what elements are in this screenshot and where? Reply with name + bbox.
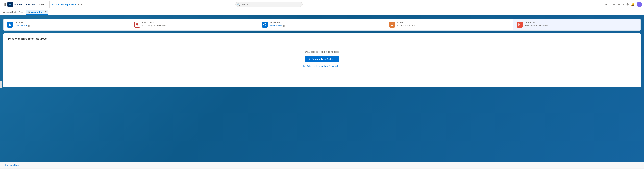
sub-tab-jane-smith[interactable]: Jane Smith | Ac... xyxy=(1,9,25,14)
staff-value: No Staff Selected xyxy=(397,24,416,27)
no-address-link[interactable]: No Address Information Provided → xyxy=(303,65,341,67)
physician-delete-icon[interactable]: 🗑 xyxy=(283,24,285,27)
search-icon: 🔍 xyxy=(237,3,240,5)
panel-title: Physician Enrollment Address xyxy=(8,37,636,40)
svg-rect-5 xyxy=(5,4,6,5)
create-address-button[interactable]: + Create a New Address xyxy=(305,56,339,62)
caregiver-icon xyxy=(134,22,140,28)
patient-info: PATIENT Jane Smith 🗑 xyxy=(15,22,30,27)
physician-icon xyxy=(262,22,268,28)
favorites-icon[interactable]: ★ xyxy=(605,2,608,6)
caregiver-value: No Caregiver Selected xyxy=(142,24,166,27)
sub-tab-jane-smith-label: Jane Smith | Ac... xyxy=(6,11,23,13)
tab-person-icon xyxy=(52,3,54,6)
search-sub-icon: 🔍 xyxy=(28,11,30,13)
svg-point-14 xyxy=(392,23,393,24)
svg-rect-8 xyxy=(5,5,6,6)
tab-jane-smith-chevron[interactable]: ▾ xyxy=(78,3,79,5)
svg-rect-6 xyxy=(2,5,3,6)
tab-cases-label: Cases xyxy=(40,3,46,5)
careplan-label: CAREPLAN xyxy=(525,22,548,24)
sub-tab-account-close[interactable]: ✕ xyxy=(45,11,47,13)
settings-icon[interactable]: ⚙ xyxy=(626,2,629,6)
physician-info: PHYSICIAN Will Gomez 🗑 xyxy=(270,22,285,27)
tab-cases[interactable]: Cases ▾ xyxy=(38,1,50,8)
svg-rect-4 xyxy=(4,4,4,5)
favorites-dropdown-icon[interactable]: ▾ xyxy=(610,3,610,5)
physician-value[interactable]: Will Gomez xyxy=(270,24,282,27)
prev-arrow-icon: ‹ xyxy=(3,164,4,166)
address-section: WILL GOMEZ HAS 0 ADDRESSES + Create a Ne… xyxy=(8,44,636,74)
careplan-info: CAREPLAN No CarePlan Selected xyxy=(525,22,548,27)
help-icon[interactable]: ? xyxy=(622,2,624,6)
create-address-plus-icon: + xyxy=(309,58,310,60)
search-bar: 🔍 xyxy=(236,2,302,7)
notifications-icon[interactable]: 🔔 xyxy=(631,2,634,6)
patient-delete-icon[interactable]: 🗑 xyxy=(28,24,30,27)
create-address-label: Create a New Address xyxy=(312,58,335,60)
svg-rect-2 xyxy=(5,3,6,4)
app-logo xyxy=(8,2,13,7)
avatar[interactable]: JS xyxy=(636,2,642,7)
top-nav: Komodo Care Conn... Cases ▾ Jane Smith |… xyxy=(0,0,644,9)
main-panel: Physician Enrollment Address WILL GOMEZ … xyxy=(3,33,641,87)
sub-tab-bar: Jane Smith | Ac... 🔍 Account ... ▾ ✕ xyxy=(0,9,644,15)
add-icon[interactable]: ＋ xyxy=(612,2,616,6)
role-card-careplan: CAREPLAN No CarePlan Selected xyxy=(513,19,640,30)
no-address-arrow: → xyxy=(338,65,341,67)
search-input[interactable] xyxy=(236,2,302,7)
staff-icon xyxy=(389,22,395,28)
svg-rect-7 xyxy=(4,5,4,6)
role-card-staff: STAFF No Staff Selected xyxy=(386,19,513,30)
left-collapse-handle[interactable]: › xyxy=(0,81,2,88)
address-subtitle: WILL GOMEZ HAS 0 ADDRESSES xyxy=(305,51,339,53)
caregiver-label: CAREGIVER xyxy=(142,22,166,24)
tab-jane-smith-account[interactable]: Jane Smith | Account ▾ ✕ xyxy=(50,1,84,8)
svg-rect-16 xyxy=(392,25,393,26)
no-address-text: No Address Information Provided xyxy=(303,65,338,67)
footer-bar: ‹ Previous Step xyxy=(0,162,644,168)
role-cards: PATIENT Jane Smith 🗑 CAREGIVER No Caregi… xyxy=(3,19,641,30)
prev-step-label: Previous Step xyxy=(5,164,19,166)
role-card-patient: PATIENT Jane Smith 🗑 xyxy=(4,19,131,30)
tab-jane-smith-close[interactable]: ✕ xyxy=(80,3,82,5)
tab-jane-smith-label: Jane Smith | Account xyxy=(55,3,77,6)
svg-point-12 xyxy=(9,23,10,25)
collapse-chevron-icon: › xyxy=(1,84,1,86)
patient-value[interactable]: Jane Smith xyxy=(15,24,27,27)
svg-point-13 xyxy=(264,23,266,26)
svg-rect-3 xyxy=(2,4,3,5)
staff-label: STAFF xyxy=(397,22,416,24)
careplan-icon xyxy=(517,22,523,28)
caregiver-info: CAREGIVER No Caregiver Selected xyxy=(142,22,166,27)
patient-label: PATIENT xyxy=(15,22,30,24)
tab-cases-chevron[interactable]: ▾ xyxy=(47,3,48,5)
sub-tab-account-chevron[interactable]: ▾ xyxy=(43,11,44,13)
careplan-value: No CarePlan Selected xyxy=(525,24,548,27)
role-card-caregiver: CAREGIVER No Caregiver Selected xyxy=(131,19,258,30)
grid-icon[interactable] xyxy=(2,2,6,6)
wave-icon[interactable] xyxy=(618,3,620,6)
sub-tab-account-label: Account ... xyxy=(31,11,42,13)
sub-tab-account[interactable]: 🔍 Account ... ▾ ✕ xyxy=(26,9,48,14)
svg-rect-15 xyxy=(391,25,393,25)
content-area: PATIENT Jane Smith 🗑 CAREGIVER No Caregi… xyxy=(0,15,644,162)
sub-tab-person-icon xyxy=(3,11,5,13)
svg-rect-1 xyxy=(4,3,4,4)
app-name: Komodo Care Conn... xyxy=(14,3,37,5)
previous-step-button[interactable]: ‹ Previous Step xyxy=(3,164,19,166)
physician-label: PHYSICIAN xyxy=(270,22,285,24)
nav-right: ★ ▾ ＋ ? ⚙ 🔔 JS xyxy=(605,2,642,7)
svg-rect-0 xyxy=(2,3,3,4)
role-card-physician: PHYSICIAN Will Gomez 🗑 xyxy=(258,19,386,30)
staff-info: STAFF No Staff Selected xyxy=(397,22,416,27)
patient-icon xyxy=(7,22,13,28)
